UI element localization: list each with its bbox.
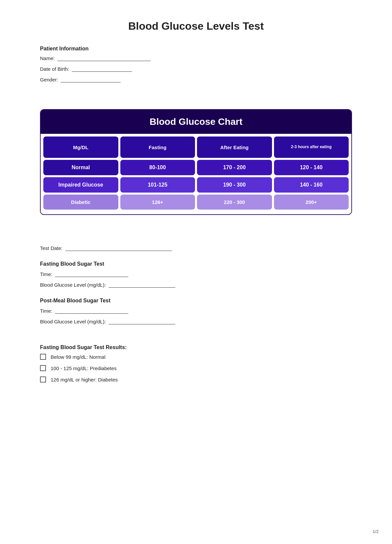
fasting-time-underline[interactable] xyxy=(55,271,128,277)
chart-row-normal: Normal 80-100 170 - 200 120 - 140 xyxy=(43,160,349,175)
name-label: Name: xyxy=(40,55,55,61)
test-date-underline[interactable] xyxy=(65,245,172,251)
chart-title: Blood Glucose Chart xyxy=(41,110,351,134)
dob-field-row: Date of Birth: xyxy=(40,66,352,72)
gender-label: Gender: xyxy=(40,77,58,82)
col-header-after-eating: After Eating xyxy=(197,137,272,158)
col-header-mgdl: Mg/DL xyxy=(43,137,118,158)
fasting-test-label: Fasting Blood Sugar Test xyxy=(40,261,352,267)
postmeal-time-row: Time: xyxy=(40,308,352,314)
postmeal-glucose-label: Blood Glucose Level (mg/dL): xyxy=(40,319,106,324)
results-label: Fasting Blood Sugar Test Results: xyxy=(40,344,352,350)
test-date-label: Test Date: xyxy=(40,245,63,251)
chart-body: Mg/DL Fasting After Eating 2-3 hours aft… xyxy=(41,134,351,214)
normal-2-3hours: 120 - 140 xyxy=(274,160,349,175)
dob-underline[interactable] xyxy=(72,66,132,72)
chart-header-row: Mg/DL Fasting After Eating 2-3 hours aft… xyxy=(43,137,349,158)
postmeal-glucose-row: Blood Glucose Level (mg/dL): xyxy=(40,318,352,324)
dob-label: Date of Birth: xyxy=(40,66,69,72)
diabetic-2-3hours: 200+ xyxy=(274,195,349,210)
page-title: Blood Glucose Levels Test xyxy=(40,20,352,32)
fasting-blood-sugar-section: Fasting Blood Sugar Test Time: Blood Glu… xyxy=(40,261,352,288)
gender-field-row: Gender: xyxy=(40,76,352,82)
diabetic-fasting: 126+ xyxy=(120,195,195,210)
normal-label: Normal xyxy=(43,160,118,175)
fasting-time-label: Time: xyxy=(40,271,52,277)
diabetic-label: Diabetic xyxy=(43,195,118,210)
col-header-2-3hours: 2-3 hours after eating xyxy=(274,137,349,158)
fasting-glucose-label: Blood Glucose Level (mg/dL): xyxy=(40,282,106,288)
name-underline[interactable] xyxy=(57,55,151,61)
blood-glucose-chart: Blood Glucose Chart Mg/DL Fasting After … xyxy=(40,109,352,215)
test-date-row: Test Date: xyxy=(40,245,352,251)
impaired-label: Impaired Glucose xyxy=(43,177,118,193)
result-option-1-text: Below 99 mg/dL: Normal xyxy=(51,354,105,360)
results-section: Fasting Blood Sugar Test Results: Below … xyxy=(40,344,352,382)
impaired-fasting: 101-125 xyxy=(120,177,195,193)
impaired-2-3hours: 140 - 160 xyxy=(274,177,349,193)
name-field-row: Name: xyxy=(40,55,352,61)
result-option-3-text: 126 mg/dL or higher: Diabetes xyxy=(51,377,118,382)
fasting-time-row: Time: xyxy=(40,271,352,277)
postmeal-glucose-underline[interactable] xyxy=(109,318,175,324)
checkbox-1[interactable] xyxy=(40,354,46,360)
impaired-after-eating: 190 - 300 xyxy=(197,177,272,193)
result-option-1: Below 99 mg/dL: Normal xyxy=(40,354,352,360)
col-header-fasting: Fasting xyxy=(120,137,195,158)
postmeal-blood-sugar-section: Post-Meal Blood Sugar Test Time: Blood G… xyxy=(40,298,352,324)
chart-row-diabetic: Diabetic 126+ 220 - 300 200+ xyxy=(43,195,349,210)
postmeal-time-underline[interactable] xyxy=(55,308,128,314)
normal-after-eating: 170 - 200 xyxy=(197,160,272,175)
fasting-glucose-row: Blood Glucose Level (mg/dL): xyxy=(40,282,352,288)
result-option-2: 100 - 125 mg/dL: Prediabetes xyxy=(40,365,352,371)
normal-fasting: 80-100 xyxy=(120,160,195,175)
patient-info-label: Patient Information xyxy=(40,46,352,52)
chart-row-impaired: Impaired Glucose 101-125 190 - 300 140 -… xyxy=(43,177,349,193)
patient-info-section: Patient Information Name: Date of Birth:… xyxy=(40,46,352,82)
diabetic-after-eating: 220 - 300 xyxy=(197,195,272,210)
postmeal-time-label: Time: xyxy=(40,308,52,314)
fasting-glucose-underline[interactable] xyxy=(109,282,175,288)
gender-underline[interactable] xyxy=(61,76,121,82)
result-option-2-text: 100 - 125 mg/dL: Prediabetes xyxy=(51,365,117,371)
result-option-3: 126 mg/dL or higher: Diabetes xyxy=(40,376,352,382)
postmeal-test-label: Post-Meal Blood Sugar Test xyxy=(40,298,352,304)
checkbox-3[interactable] xyxy=(40,376,46,382)
checkbox-2[interactable] xyxy=(40,365,46,371)
page-number: 1/2 xyxy=(373,529,379,534)
